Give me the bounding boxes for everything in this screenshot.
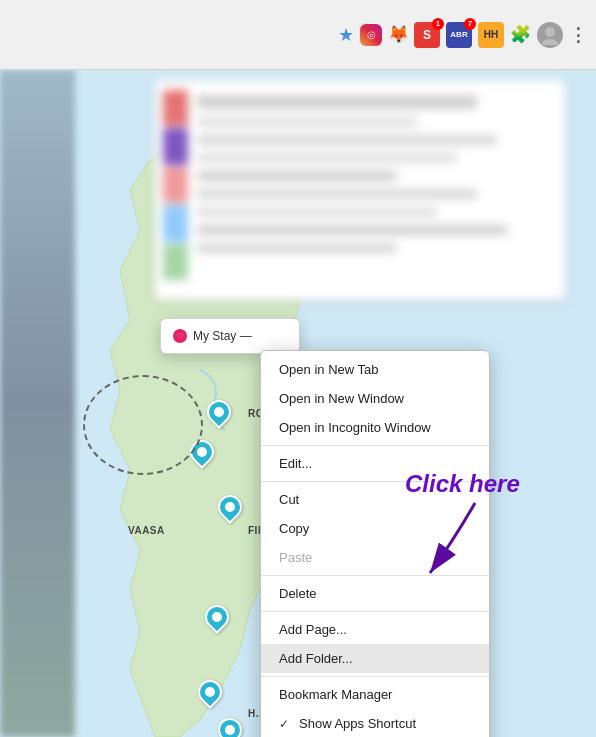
hh-extension-icon[interactable]: HH [478, 22, 504, 48]
show-apps-checkmark: ✓ [279, 717, 293, 731]
menu-open-new-tab-label: Open in New Tab [279, 362, 379, 377]
abr-extension-icon[interactable]: ABR 7 [446, 22, 472, 48]
shazam-extension-icon[interactable]: S 1 [414, 22, 440, 48]
menu-edit-label: Edit... [279, 456, 312, 471]
menu-open-incognito-label: Open in Incognito Window [279, 420, 431, 435]
menu-cut-label: Cut [279, 492, 299, 507]
bookmark-title-text: My Stay — [193, 329, 252, 343]
map-background: ROV VAASA FIN H...INK ♡ My Stay — Open i… [0, 70, 596, 737]
label-vaasa: VAASA [128, 525, 165, 536]
menu-delete[interactable]: Delete [261, 579, 489, 608]
menu-show-apps[interactable]: ✓ Show Apps Shortcut [261, 709, 489, 737]
menu-edit[interactable]: Edit... [261, 449, 489, 478]
extensions-puzzle-icon[interactable]: 🧩 [510, 24, 531, 45]
shazam-badge: 1 [432, 18, 444, 30]
chrome-menu-icon[interactable]: ⋮ [569, 24, 586, 46]
divider-3 [261, 575, 489, 576]
menu-open-new-window-label: Open in New Window [279, 391, 404, 406]
menu-add-page-label: Add Page... [279, 622, 347, 637]
divider-5 [261, 676, 489, 677]
menu-cut[interactable]: Cut [261, 485, 489, 514]
menu-copy-label: Copy [279, 521, 309, 536]
bookmark-star-icon[interactable]: ★ [338, 24, 354, 46]
browser-topbar: ★ ◎ 🦊 S 1 ABR 7 HH 🧩 ⋮ [0, 0, 596, 70]
map-selection-border [83, 375, 203, 475]
svg-point-1 [542, 39, 558, 45]
menu-show-apps-label: Show Apps Shortcut [299, 716, 416, 731]
divider-1 [261, 445, 489, 446]
divider-2 [261, 481, 489, 482]
firefox-icon[interactable]: 🦊 [388, 25, 408, 45]
profile-avatar[interactable] [537, 22, 563, 48]
menu-copy[interactable]: Copy [261, 514, 489, 543]
menu-bookmark-manager[interactable]: Bookmark Manager [261, 680, 489, 709]
menu-paste-label: Paste [279, 550, 312, 565]
left-side-strip [0, 70, 75, 737]
menu-delete-label: Delete [279, 586, 317, 601]
menu-open-new-window[interactable]: Open in New Window [261, 384, 489, 413]
blurred-content-card [155, 80, 565, 300]
menu-paste[interactable]: Paste [261, 543, 489, 572]
menu-open-incognito[interactable]: Open in Incognito Window [261, 413, 489, 442]
menu-add-page[interactable]: Add Page... [261, 615, 489, 644]
context-menu: Open in New Tab Open in New Window Open … [260, 350, 490, 737]
browser-content: ROV VAASA FIN H...INK ♡ My Stay — Open i… [0, 70, 596, 737]
menu-open-new-tab[interactable]: Open in New Tab [261, 355, 489, 384]
bookmark-label-row: ♡ My Stay — [161, 325, 299, 347]
divider-4 [261, 611, 489, 612]
abr-badge: 7 [464, 18, 476, 30]
bookmark-favicon-icon: ♡ [173, 329, 187, 343]
instagram-icon[interactable]: ◎ [360, 24, 382, 46]
menu-bookmark-manager-label: Bookmark Manager [279, 687, 392, 702]
bookmark-popup: ♡ My Stay — [160, 318, 300, 354]
menu-add-folder[interactable]: Add Folder... [261, 644, 489, 673]
menu-add-folder-label: Add Folder... [279, 651, 353, 666]
svg-point-0 [545, 27, 555, 37]
